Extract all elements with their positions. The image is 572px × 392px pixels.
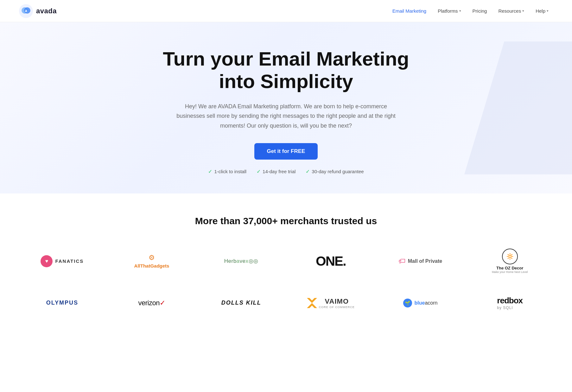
logo-verizon: verizon✓ [109, 290, 195, 316]
gadgets-icon: ⚙ [149, 254, 155, 262]
svg-marker-4 [307, 298, 317, 308]
vaimo-sublabel: CORE OF COMMERCE [319, 306, 355, 309]
oz-label: The OZ Decor [496, 266, 523, 270]
hero-section: Turn your Email Marketing into Simplicit… [0, 22, 572, 193]
cta-button[interactable]: Get it for FREE [254, 143, 318, 160]
feature-refund: ✓ 30-day refund guarantee [306, 168, 364, 174]
vaimo-x-icon [307, 298, 317, 308]
hero-subtitle: Hey! We are AVADA Email Marketing platfo… [175, 102, 397, 131]
navigation: a avada Email Marketing Platforms ▾ Pric… [0, 0, 572, 22]
nav-links: Email Marketing Platforms ▾ Pricing Reso… [388, 6, 553, 16]
logo-text: avada [36, 7, 57, 15]
nav-platforms[interactable]: Platforms ▾ [433, 6, 465, 16]
fanatics-heart-icon: ♥ [41, 255, 53, 267]
logo-mall-of-private: 🏷 Mall of Private [377, 249, 464, 274]
gadgets-label: AllThatGadgets [134, 263, 169, 269]
mall-label: Mall of Private [408, 258, 442, 264]
redbox-label: redbox [497, 296, 523, 306]
herbavex-label: Herbavex◎◎ [224, 258, 258, 264]
logo-allgadgets: ⚙ AllThatGadgets [109, 247, 195, 275]
oz-lamp-icon: 🔆 [506, 253, 513, 260]
logos-row-2: OLYMPUS verizon✓ DOLLS KILL VAIMO CORE O… [19, 289, 553, 316]
nav-pricing[interactable]: Pricing [468, 6, 492, 16]
logo-one: ONE. [288, 247, 374, 275]
redbox-sublabel: by SQLI [497, 306, 513, 310]
hero-features: ✓ 1-click to install ✓ 14-day free trial… [13, 168, 559, 174]
dollskill-label: DOLLS KILL [221, 300, 261, 306]
oz-sublabel: Make your Home Next Level [492, 270, 528, 274]
logo-herbavex: Herbavex◎◎ [198, 249, 284, 274]
nav-resources[interactable]: Resources ▾ [494, 6, 529, 16]
logo-dolls-kill: DOLLS KILL [198, 290, 284, 316]
avada-logo-icon: a [19, 4, 33, 18]
check-icon: ✓ [306, 168, 310, 174]
logo-vaimo: VAIMO CORE OF COMMERCE [288, 290, 374, 316]
feature-trial: ✓ 14-day free trial [257, 168, 296, 174]
logos-row-1: ♥ FANATICS ⚙ AllThatGadgets Herbavex◎◎ O… [19, 242, 553, 280]
logo-oz-decor: 🔆 The OZ Decor Make your Home Next Level [467, 242, 553, 280]
merchants-section: More than 37,000+ merchants trusted us ♥… [0, 193, 572, 345]
vaimo-label: VAIMO [319, 297, 355, 306]
verizon-label: verizon✓ [138, 299, 165, 307]
chevron-down-icon: ▾ [459, 9, 461, 13]
logo-redbox: redbox by SQLI [467, 289, 553, 316]
svg-text:a: a [25, 8, 27, 13]
nav-email-marketing[interactable]: Email Marketing [388, 6, 431, 16]
olympus-label: OLYMPUS [46, 300, 78, 306]
chevron-down-icon: ▾ [547, 9, 549, 13]
oz-circle-icon: 🔆 [502, 249, 518, 264]
nav-help[interactable]: Help ▾ [531, 6, 553, 16]
logo-fanatics: ♥ FANATICS [19, 249, 105, 274]
chevron-down-icon: ▾ [522, 9, 524, 13]
blueacorn-label: blueacorn [415, 300, 438, 306]
feature-install: ✓ 1-click to install [208, 168, 246, 174]
fanatics-label: FANATICS [55, 258, 84, 264]
logo-olympus: OLYMPUS [19, 290, 105, 316]
check-icon: ✓ [208, 168, 212, 174]
check-icon: ✓ [257, 168, 261, 174]
one-label: ONE. [316, 254, 346, 269]
logo[interactable]: a avada [19, 4, 57, 18]
mall-icon: 🏷 [398, 257, 405, 265]
logo-blue-acorn: 🌱 blueacorn [377, 290, 464, 316]
vaimo-text-group: VAIMO CORE OF COMMERCE [319, 297, 355, 309]
merchants-title: More than 37,000+ merchants trusted us [19, 216, 553, 226]
acorn-icon: 🌱 [403, 299, 412, 307]
hero-title: Turn your Email Marketing into Simplicit… [143, 47, 429, 93]
